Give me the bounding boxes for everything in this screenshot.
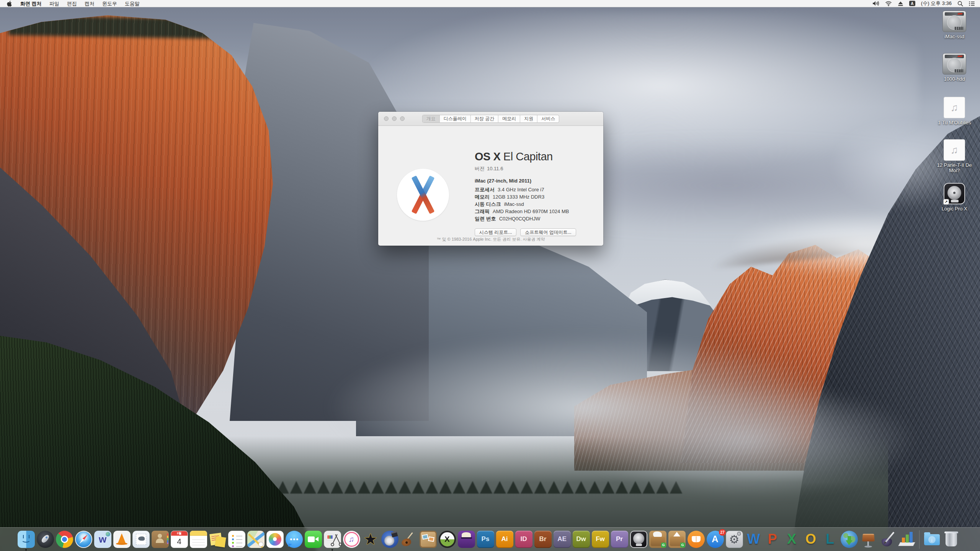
dock-item-keynote[interactable] <box>859 528 878 550</box>
dock-item-premiere[interactable]: Pr <box>610 528 629 550</box>
system-report-button[interactable]: 시스템 리포트... <box>475 228 516 236</box>
dock-item-calendar[interactable]: 3월4 <box>170 528 189 550</box>
dock-item-grab[interactable] <box>323 528 342 550</box>
dock-item-itunes[interactable]: ♫ <box>342 528 361 550</box>
dock-item-illustrator[interactable]: Ai <box>495 528 514 550</box>
desktop-icon-1000-hdd[interactable]: 1000-hdd <box>931 53 978 82</box>
tab-displays[interactable]: 디스플레이 <box>440 115 471 122</box>
menu-file[interactable]: 파일 <box>46 0 63 7</box>
grab-icon <box>324 531 341 548</box>
dock-item-photo-collage[interactable] <box>418 528 438 550</box>
dock-item-ibooks[interactable] <box>686 528 706 550</box>
numbers-icon <box>898 531 915 548</box>
hard-drive-icon <box>942 53 966 75</box>
dock-item-photoshop[interactable]: Ps <box>476 528 495 550</box>
dock-item-photos[interactable] <box>265 528 284 550</box>
volume-icon <box>872 1 879 6</box>
dock-item-numbers[interactable] <box>897 528 916 550</box>
desktop-icon-audio-file-2[interactable]: 12 Parle-T-Il De Moi? <box>931 139 978 173</box>
dock-item-reminders[interactable] <box>227 528 246 550</box>
tab-support[interactable]: 지원 <box>520 115 537 122</box>
dock-item-messages[interactable] <box>284 528 304 550</box>
desktop-icon-logic-pro-x[interactable]: Logic Pro X <box>931 183 978 212</box>
software-update-button[interactable]: 소프트웨어 업데이트... <box>520 228 576 236</box>
dock-item-after-effects[interactable]: AE <box>552 528 572 550</box>
ibooks-icon <box>688 531 705 548</box>
chrome-icon <box>56 531 73 548</box>
illustrator-icon: Ai <box>496 531 513 548</box>
dock-item-quark-xpress[interactable]: X <box>438 528 457 550</box>
dock-item-indesign[interactable]: ID <box>514 528 533 550</box>
menu-help[interactable]: 도움말 <box>121 0 144 7</box>
menu-app-name[interactable]: 화면 캡처 <box>16 0 46 7</box>
desktop-icon-label: 1 Tu M'Oublies <box>931 120 978 126</box>
input-source-menu[interactable]: A <box>908 0 916 7</box>
dock-item-facetime[interactable] <box>304 528 323 550</box>
dock-item-bridge[interactable]: Br <box>533 528 552 550</box>
dock-item-dvd-player[interactable] <box>380 528 399 550</box>
pages-icon <box>879 531 896 548</box>
dock-item-vlc[interactable] <box>112 528 131 550</box>
dock-item-contacts[interactable] <box>150 528 170 550</box>
dock-item-w-browser[interactable]: w <box>93 528 112 550</box>
dock-item-downloads[interactable]: ↓ <box>922 528 941 550</box>
finder-icon <box>18 531 35 548</box>
about-window-content: OS X El Capitan 버전10.11.6 iMac (27-inch,… <box>378 126 603 245</box>
minimize-button[interactable] <box>392 116 397 121</box>
menu-clock[interactable]: (수) 오후 3:36 <box>920 0 953 7</box>
dock-item-app-store[interactable]: A27 <box>706 528 725 550</box>
dock-item-stuffit-deluxe[interactable]: G <box>667 528 686 550</box>
photoshop-icon: Ps <box>477 531 494 548</box>
menu-window[interactable]: 윈도우 <box>98 0 121 7</box>
dock-item-lync[interactable]: L <box>820 528 840 550</box>
dock-item-mail[interactable] <box>131 528 150 550</box>
notification-center-menu[interactable] <box>968 0 976 7</box>
desktop-icon-audio-file-1[interactable]: 1 Tu M'Oublies <box>931 97 978 126</box>
dock-item-excel[interactable]: X <box>782 528 801 550</box>
dock-item-toast[interactable] <box>457 528 476 550</box>
launchpad-icon <box>37 531 54 548</box>
about-this-mac-window: 개요 디스플레이 저장 공간 메모리 지원 서비스 OS X El Capita… <box>378 112 603 246</box>
photos-icon <box>266 531 284 548</box>
eject-menu[interactable] <box>897 0 905 7</box>
desktop-icon-label: 1000-hdd <box>931 77 978 82</box>
dock-item-launchpad[interactable] <box>36 528 55 550</box>
dock-item-safari[interactable] <box>74 528 93 550</box>
dock-item-stuffit-expander[interactable]: G <box>648 528 667 550</box>
dock-item-powerpoint[interactable]: P <box>763 528 782 550</box>
tab-memory[interactable]: 메모리 <box>498 115 520 122</box>
wifi-menu[interactable] <box>884 0 893 7</box>
dock-item-word[interactable]: W <box>744 528 763 550</box>
dock-item-dreamweaver[interactable]: Dw <box>572 528 591 550</box>
menu-capture[interactable]: 캡처 <box>81 0 98 7</box>
dock-item-web-downloader[interactable] <box>840 528 859 550</box>
dock-item-outlook[interactable]: O <box>801 528 820 550</box>
dock-item-imovie[interactable] <box>361 528 380 550</box>
tab-overview[interactable]: 개요 <box>423 115 440 122</box>
spotlight-menu[interactable] <box>956 0 964 7</box>
dock-item-logic-pro[interactable] <box>629 528 648 550</box>
dock-item-chrome[interactable] <box>55 528 74 550</box>
maps-icon <box>247 531 265 548</box>
dock-item-fireworks[interactable]: Fw <box>591 528 610 550</box>
spec-startup-disk: 시동 디스크iMac-ssd <box>475 201 569 208</box>
apple-menu[interactable] <box>0 1 16 7</box>
desktop-icon-imac-ssd[interactable]: iMac-ssd <box>931 11 978 39</box>
dock-item-garageband[interactable] <box>399 528 418 550</box>
dock-item-maps[interactable] <box>246 528 265 550</box>
zoom-button[interactable] <box>400 116 405 121</box>
dock-item-finder[interactable] <box>16 528 36 550</box>
volume-menu[interactable] <box>871 0 880 7</box>
window-titlebar[interactable]: 개요 디스플레이 저장 공간 메모리 지원 서비스 <box>378 112 603 126</box>
dock-item-stickies[interactable] <box>208 528 227 550</box>
dock-item-system-preferences[interactable] <box>725 528 744 550</box>
menu-edit[interactable]: 편집 <box>63 0 81 7</box>
dock-item-trash[interactable] <box>941 528 960 550</box>
tab-storage[interactable]: 저장 공간 <box>471 115 498 122</box>
stickies-icon <box>209 531 226 548</box>
dock-item-notes[interactable] <box>189 528 208 550</box>
tab-service[interactable]: 서비스 <box>537 115 559 122</box>
dock-item-pages[interactable] <box>878 528 897 550</box>
globe-download-icon <box>841 531 858 548</box>
close-button[interactable] <box>384 116 389 121</box>
